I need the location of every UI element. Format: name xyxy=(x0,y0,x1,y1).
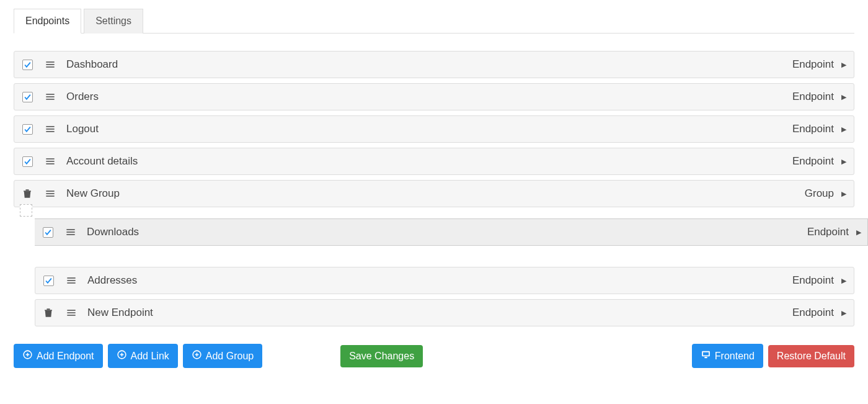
row-label: Addresses xyxy=(87,274,792,287)
row-label: New Group xyxy=(66,187,805,200)
list-row[interactable]: New EndpointEndpoint▶ xyxy=(35,299,854,326)
save-changes-label: Save Changes xyxy=(349,351,414,362)
expand-caret-icon[interactable]: ▶ xyxy=(841,277,846,285)
row-type-label: Endpoint xyxy=(792,91,834,103)
frontend-label: Frontend xyxy=(715,351,755,362)
drag-handle-icon[interactable] xyxy=(45,157,56,166)
plus-circle-icon xyxy=(192,349,202,362)
tab-settings[interactable]: Settings xyxy=(84,9,143,34)
add-endpoint-button[interactable]: Add Endpont xyxy=(14,344,103,368)
list-row[interactable]: DownloadsEndpoint▶ xyxy=(35,218,868,246)
svg-rect-12 xyxy=(25,189,29,191)
add-group-label: Add Group xyxy=(206,351,254,362)
add-link-label: Add Link xyxy=(131,351,169,362)
enabled-checkbox[interactable] xyxy=(22,59,33,70)
expand-caret-icon[interactable]: ▶ xyxy=(841,190,846,198)
expand-caret-icon[interactable]: ▶ xyxy=(841,93,846,101)
drag-placeholder xyxy=(20,204,32,217)
svg-rect-38 xyxy=(703,352,709,356)
list-row[interactable]: LogoutEndpoint▶ xyxy=(14,115,854,143)
row-label: Downloads xyxy=(87,226,807,238)
enabled-checkbox[interactable] xyxy=(22,123,33,135)
restore-default-button[interactable]: Restore Default xyxy=(768,345,854,367)
expand-caret-icon[interactable]: ▶ xyxy=(841,125,846,133)
add-endpoint-label: Add Endpont xyxy=(37,351,94,362)
row-type-label: Group xyxy=(805,187,834,200)
plus-circle-icon xyxy=(117,349,127,362)
monitor-icon xyxy=(701,349,711,362)
list-row[interactable]: New GroupGroup▶ xyxy=(14,180,854,207)
enabled-checkbox[interactable] xyxy=(43,275,54,286)
svg-rect-13 xyxy=(24,191,31,191)
restore-default-label: Restore Default xyxy=(777,351,846,362)
row-type-label: Endpoint xyxy=(807,226,849,238)
drag-handle-icon[interactable] xyxy=(66,276,78,285)
tab-endpoints[interactable]: Endpoints xyxy=(14,9,81,34)
frontend-button[interactable]: Frontend xyxy=(692,344,763,368)
drag-handle-icon[interactable] xyxy=(66,228,77,236)
row-label: Dashboard xyxy=(66,58,792,71)
add-link-button[interactable]: Add Link xyxy=(108,344,178,368)
svg-rect-24 xyxy=(45,310,52,310)
list-row[interactable]: DashboardEndpoint▶ xyxy=(14,51,854,78)
list-row[interactable]: AddressesEndpoint▶ xyxy=(35,267,854,294)
endpoint-list: DashboardEndpoint▶OrdersEndpoint▶LogoutE… xyxy=(14,51,854,326)
enabled-checkbox[interactable] xyxy=(22,91,33,102)
svg-rect-23 xyxy=(46,308,50,310)
enabled-checkbox[interactable] xyxy=(42,227,53,238)
delete-icon[interactable] xyxy=(22,188,33,199)
drag-handle-icon[interactable] xyxy=(66,308,78,317)
plus-circle-icon xyxy=(22,349,33,362)
expand-caret-icon[interactable]: ▶ xyxy=(841,158,846,166)
row-type-label: Endpoint xyxy=(792,155,834,168)
row-label: Orders xyxy=(66,91,792,103)
drag-handle-icon[interactable] xyxy=(45,189,56,198)
row-type-label: Endpoint xyxy=(792,274,834,287)
row-label: New Endpoint xyxy=(87,307,792,319)
row-label: Logout xyxy=(66,123,792,135)
save-changes-button[interactable]: Save Changes xyxy=(340,345,423,367)
tabs: Endpoints Settings xyxy=(14,9,854,34)
row-type-label: Endpoint xyxy=(792,123,834,135)
expand-caret-icon[interactable]: ▶ xyxy=(856,228,861,236)
enabled-checkbox[interactable] xyxy=(22,156,33,167)
drag-handle-icon[interactable] xyxy=(45,125,56,133)
expand-caret-icon[interactable]: ▶ xyxy=(841,61,846,69)
expand-caret-icon[interactable]: ▶ xyxy=(841,309,846,317)
row-type-label: Endpoint xyxy=(792,307,834,319)
list-row[interactable]: OrdersEndpoint▶ xyxy=(14,83,854,110)
list-row[interactable]: Account detailsEndpoint▶ xyxy=(14,148,854,175)
row-type-label: Endpoint xyxy=(792,58,834,71)
drag-handle-icon[interactable] xyxy=(45,92,56,101)
row-label: Account details xyxy=(66,155,792,168)
add-group-button[interactable]: Add Group xyxy=(183,344,262,368)
actions-bar: Add Endpont Add Link Add Group Save Chan… xyxy=(14,344,854,368)
drag-handle-icon[interactable] xyxy=(45,60,56,69)
delete-icon[interactable] xyxy=(43,307,54,318)
svg-rect-39 xyxy=(704,357,707,358)
